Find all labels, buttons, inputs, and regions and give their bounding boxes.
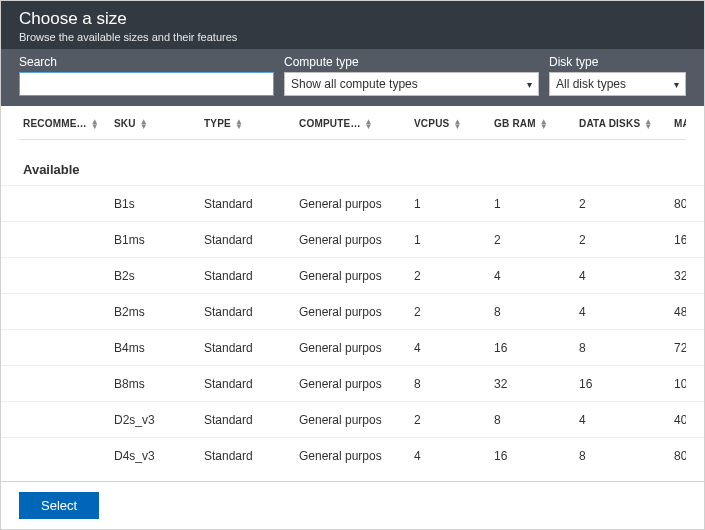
cell-vcpus: 1 xyxy=(414,197,494,211)
table-row[interactable]: B1msStandardGeneral purpos1221600 xyxy=(1,221,704,257)
cell-sku: B1s xyxy=(114,197,204,211)
chevron-down-icon: ▾ xyxy=(527,79,532,90)
cell-iops: 4800 xyxy=(674,305,686,319)
table-row[interactable]: B2msStandardGeneral purpos2844800 xyxy=(1,293,704,329)
cell-sku: D2s_v3 xyxy=(114,413,204,427)
search-filter: Search xyxy=(19,55,274,96)
cell-iops: 7200 xyxy=(674,341,686,355)
select-button[interactable]: Select xyxy=(19,492,99,519)
table-body: Available B1sStandardGeneral purpos11280… xyxy=(1,140,704,481)
cell-ram: 8 xyxy=(494,305,579,319)
cell-type: Standard xyxy=(204,377,299,391)
footer-bar: Select xyxy=(1,481,704,529)
compute-type-select[interactable]: Show all compute types ▾ xyxy=(284,72,539,96)
cell-ram: 8 xyxy=(494,413,579,427)
cell-ram: 2 xyxy=(494,233,579,247)
col-iops[interactable]: MAX IOP xyxy=(674,118,686,129)
disk-type-label: Disk type xyxy=(549,55,686,69)
col-vcpus[interactable]: VCPUS▲▼ xyxy=(414,118,494,129)
cell-type: Standard xyxy=(204,197,299,211)
col-sku[interactable]: SKU▲▼ xyxy=(114,118,204,129)
search-label: Search xyxy=(19,55,274,69)
cell-vcpus: 1 xyxy=(414,233,494,247)
cell-sku: B2s xyxy=(114,269,204,283)
col-disks[interactable]: DATA DISKS▲▼ xyxy=(579,118,674,129)
cell-vcpus: 4 xyxy=(414,449,494,463)
sort-icon: ▲▼ xyxy=(140,119,148,129)
cell-ram: 4 xyxy=(494,269,579,283)
cell-iops: 3200 xyxy=(674,269,686,283)
table-row[interactable]: B2sStandardGeneral purpos2443200 xyxy=(1,257,704,293)
cell-ram: 16 xyxy=(494,449,579,463)
cell-compute: General purpos xyxy=(299,197,414,211)
cell-ram: 32 xyxy=(494,377,579,391)
cell-type: Standard xyxy=(204,233,299,247)
cell-type: Standard xyxy=(204,269,299,283)
disk-type-select[interactable]: All disk types ▾ xyxy=(549,72,686,96)
cell-disks: 4 xyxy=(579,269,674,283)
cell-type: Standard xyxy=(204,341,299,355)
cell-compute: General purpos xyxy=(299,413,414,427)
cell-iops: 10800 xyxy=(674,377,686,391)
cell-disks: 4 xyxy=(579,305,674,319)
panel-header: Choose a size Browse the available sizes… xyxy=(1,1,704,49)
cell-sku: B4ms xyxy=(114,341,204,355)
cell-vcpus: 4 xyxy=(414,341,494,355)
cell-disks: 2 xyxy=(579,197,674,211)
sort-icon: ▲▼ xyxy=(644,119,652,129)
cell-compute: General purpos xyxy=(299,233,414,247)
cell-disks: 8 xyxy=(579,341,674,355)
panel-subtitle: Browse the available sizes and their fea… xyxy=(19,31,686,43)
sort-icon: ▲▼ xyxy=(235,119,243,129)
panel-title: Choose a size xyxy=(19,9,686,29)
cell-type: Standard xyxy=(204,413,299,427)
table-row[interactable]: D4s_v3StandardGeneral purpos41688000 xyxy=(1,437,704,473)
cell-iops: 8000 xyxy=(674,449,686,463)
compute-type-value: Show all compute types xyxy=(291,77,418,91)
group-available: Available xyxy=(1,140,704,185)
cell-sku: B1ms xyxy=(114,233,204,247)
cell-compute: General purpos xyxy=(299,269,414,283)
cell-sku: D4s_v3 xyxy=(114,449,204,463)
cell-vcpus: 2 xyxy=(414,269,494,283)
chevron-down-icon: ▾ xyxy=(674,79,679,90)
cell-vcpus: 2 xyxy=(414,305,494,319)
cell-compute: General purpos xyxy=(299,377,414,391)
cell-vcpus: 8 xyxy=(414,377,494,391)
cell-disks: 8 xyxy=(579,449,674,463)
cell-vcpus: 2 xyxy=(414,413,494,427)
col-type[interactable]: TYPE▲▼ xyxy=(204,118,299,129)
cell-compute: General purpos xyxy=(299,305,414,319)
cell-type: Standard xyxy=(204,305,299,319)
cell-disks: 2 xyxy=(579,233,674,247)
cell-sku: B2ms xyxy=(114,305,204,319)
cell-compute: General purpos xyxy=(299,341,414,355)
column-headers: RECOMME…▲▼ SKU▲▼ TYPE▲▼ COMPUTE…▲▼ VCPUS… xyxy=(19,106,686,140)
cell-disks: 16 xyxy=(579,377,674,391)
sort-icon: ▲▼ xyxy=(365,119,373,129)
sort-icon: ▲▼ xyxy=(91,119,99,129)
cell-iops: 800 xyxy=(674,197,686,211)
col-recommended[interactable]: RECOMME…▲▼ xyxy=(19,118,114,129)
col-compute[interactable]: COMPUTE…▲▼ xyxy=(299,118,414,129)
sort-icon: ▲▼ xyxy=(453,119,461,129)
disk-type-value: All disk types xyxy=(556,77,626,91)
disk-type-filter: Disk type All disk types ▾ xyxy=(549,55,686,96)
cell-type: Standard xyxy=(204,449,299,463)
compute-type-filter: Compute type Show all compute types ▾ xyxy=(284,55,539,96)
cell-ram: 16 xyxy=(494,341,579,355)
sort-icon: ▲▼ xyxy=(540,119,548,129)
cell-sku: B8ms xyxy=(114,377,204,391)
cell-iops: 1600 xyxy=(674,233,686,247)
table-row[interactable]: D2s_v3StandardGeneral purpos2844000 xyxy=(1,401,704,437)
table-row[interactable]: B8msStandardGeneral purpos8321610800 xyxy=(1,365,704,401)
filter-bar: Search Compute type Show all compute typ… xyxy=(1,49,704,106)
compute-type-label: Compute type xyxy=(284,55,539,69)
col-ram[interactable]: GB RAM▲▼ xyxy=(494,118,579,129)
table-row[interactable]: B4msStandardGeneral purpos41687200 xyxy=(1,329,704,365)
cell-iops: 4000 xyxy=(674,413,686,427)
cell-disks: 4 xyxy=(579,413,674,427)
search-input[interactable] xyxy=(19,72,274,96)
cell-ram: 1 xyxy=(494,197,579,211)
table-row[interactable]: B1sStandardGeneral purpos112800 xyxy=(1,185,704,221)
